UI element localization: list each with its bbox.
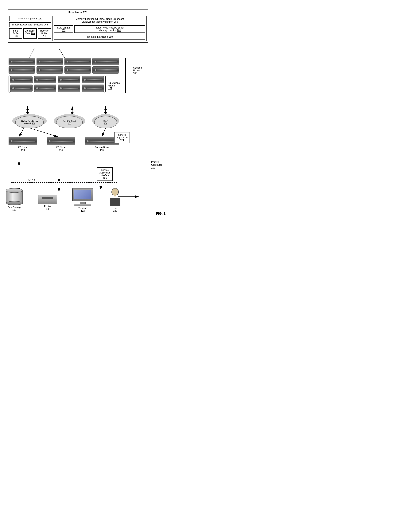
- compute-node: [9, 66, 35, 74]
- p2p-label: Point To Point108: [63, 120, 76, 124]
- terminal-label: Terminal122: [78, 207, 87, 212]
- service-node-label: Service Node116: [95, 146, 109, 152]
- compute-node: [64, 58, 91, 65]
- data-storage-label: Data Storage118: [8, 206, 21, 211]
- service-node-server: [85, 137, 119, 145]
- compute-node: [92, 66, 119, 74]
- jtag-network: JTAG104: [93, 116, 118, 128]
- user-shape: [109, 188, 122, 206]
- data-storage-item: Data Storage118: [6, 188, 23, 211]
- user-label: User128: [113, 207, 117, 212]
- compute-node: [9, 58, 35, 65]
- compute-node: [64, 66, 91, 74]
- memory-location-title: Memory Location Of Target Node Broadcast…: [54, 18, 145, 24]
- send-buffer-box: SendBuffer256: [9, 28, 22, 38]
- compute-node: [92, 58, 119, 65]
- networks-row: Global CombiningNetwork 106 Point To Poi…: [9, 116, 123, 128]
- data-storage-cylinder: [6, 188, 23, 205]
- p2p-cloud: Point To Point108: [56, 116, 83, 128]
- io-node-110-label: I/O Node110: [18, 146, 27, 152]
- service-app-interface-box: ServiceApplicationInterface126: [97, 167, 113, 181]
- broadcast-schedule-box: Broadcast Operation Schedule 254: [9, 22, 51, 27]
- compute-node: [82, 76, 104, 83]
- left-panel: Network Topology 252 Broadcast Operation…: [9, 16, 51, 41]
- buffers-row: SendBuffer256 BroadcastData 260 ReceiveB…: [9, 28, 51, 38]
- data-row: Data Length262 Target Node Receive Buffe…: [54, 25, 145, 33]
- jtag-cloud: JTAG104: [94, 116, 117, 128]
- io-node-110-item: I/O Node110: [9, 137, 37, 152]
- gcn-network: Global CombiningNetwork 106: [13, 116, 46, 128]
- service-app-box: ServiceApplication124: [114, 132, 130, 143]
- compute-nodes-label: ComputeNodes102: [133, 66, 142, 75]
- io-node-114-item: I/O Node114: [47, 137, 75, 152]
- io-node-110-server: [9, 137, 37, 145]
- compute-node: [37, 66, 63, 74]
- receive-buffer-box: ReceiveBuffer258: [38, 28, 51, 38]
- compute-node: [34, 76, 57, 83]
- printer-label: Printer120: [44, 205, 51, 210]
- peripherals-row: Data Storage118 Printer120: [6, 188, 122, 212]
- operational-group-label: OperationalGroup132: [109, 82, 120, 90]
- user-item: User128: [109, 188, 122, 212]
- compute-node: [34, 85, 57, 92]
- jtag-label: JTAG104: [103, 120, 108, 124]
- compute-node: [58, 85, 80, 92]
- injection-box: Injection Instruction 268: [54, 34, 145, 39]
- data-length-box: Data Length262: [54, 25, 73, 33]
- gcn-label: Global CombiningNetwork 106: [21, 120, 38, 124]
- compute-node: [10, 85, 32, 92]
- io-nodes-row: I/O Node110 I/O Node114 Service Node116: [9, 137, 119, 152]
- target-node-box: Target Node Receive BufferMemory Locatio…: [74, 25, 145, 33]
- compute-node: [10, 76, 32, 83]
- printer-shape: [38, 188, 57, 204]
- root-node-title: Root Node 271: [8, 10, 148, 15]
- compute-node: [58, 76, 80, 83]
- right-panel: Memory Location Of Target Node Broadcast…: [52, 16, 147, 41]
- io-node-114-label: I/O Node114: [56, 146, 65, 152]
- network-topology-box: Network Topology 252: [9, 16, 51, 21]
- compute-nodes-area: [9, 58, 119, 93]
- parallel-computer-label: ParallelComputer100: [151, 161, 162, 169]
- terminal-item: Terminal122: [72, 188, 93, 212]
- compute-node: [82, 85, 104, 92]
- broadcast-data-box: BroadcastData 260: [23, 28, 37, 38]
- p2p-network: Point To Point108: [55, 116, 84, 128]
- gcn-cloud: Global CombiningNetwork 106: [15, 116, 44, 128]
- compute-node: [37, 58, 63, 65]
- root-node-box: Root Node 271 Network Topology 252 Broad…: [8, 10, 148, 43]
- lan-label: LAN 130: [27, 179, 36, 181]
- io-node-114-server: [47, 137, 75, 145]
- terminal-shape: [72, 188, 93, 206]
- fig-label: FIG. 1: [156, 212, 166, 216]
- page: Root Node 271 Network Topology 252 Broad…: [0, 0, 171, 218]
- printer-item: Printer120: [38, 188, 57, 210]
- service-node-item: Service Node116: [85, 137, 119, 152]
